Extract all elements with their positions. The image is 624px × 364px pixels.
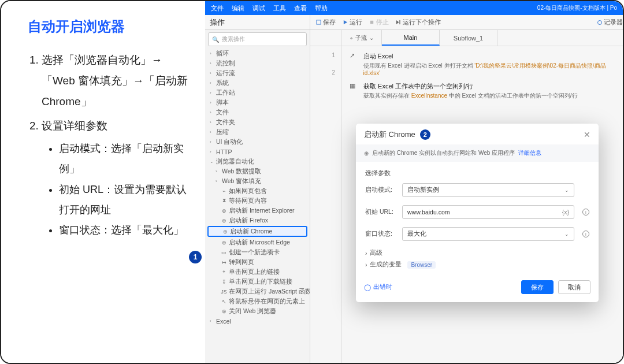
globe-icon: ⊕	[221, 240, 226, 245]
step-icon	[396, 20, 401, 25]
toolbar-save[interactable]: 保存	[316, 18, 336, 27]
chevron-down-icon: ⌄	[564, 187, 569, 193]
callout-badge-2: 2	[420, 129, 430, 140]
tree-launch-ie[interactable]: ⊕启动新 Internet Explorer	[205, 206, 310, 216]
tab-icon: ▭	[221, 250, 226, 255]
doc-step-2: 设置详细参数 启动模式：选择「启动新实例」 初始 URL：设置为需要默认打开的网…	[42, 116, 191, 240]
window-state-label: 窗口状态:	[365, 230, 394, 238]
save-icon	[316, 20, 321, 25]
line-1: 1	[310, 46, 341, 64]
dialog-more-info-link[interactable]: 详细信息	[518, 149, 541, 157]
tree-loop[interactable]: ›循环	[205, 49, 310, 58]
tree-close-browser[interactable]: ⊗关闭 Web 浏览器	[205, 306, 310, 316]
initial-url-label: 初始 URL:	[365, 208, 394, 216]
dialog-info-text: 启动新的 Chrome 实例以自动执行网站和 Web 应用程序	[372, 149, 515, 157]
tree-launch-edge[interactable]: ⊕启动新 Microsoft Edge	[205, 237, 310, 247]
action-card-desc: 获取其实例存储在 ExcelInstance 中的 Excel 文档的活动工作表…	[363, 92, 578, 100]
action-card-title: 启动 Excel	[363, 52, 615, 61]
actions-tree: 🔍 搜索操作 ›循环 ›流控制 ›运行流 ›系统 ›工作站 ›脚本 ›文件 ›文…	[205, 30, 310, 363]
hourglass-icon: ⧗	[221, 198, 226, 203]
chevron-down-icon: ⌄	[369, 35, 374, 41]
search-icon: 🔍	[212, 36, 219, 43]
operations-panel-title: 操作	[205, 15, 310, 29]
download-icon: ↧	[221, 279, 226, 284]
tree-goto[interactable]: ↦转到网页	[205, 257, 310, 267]
tab-subflow1[interactable]: Subflow_1	[440, 30, 497, 46]
info-icon[interactable]: i	[582, 209, 589, 216]
dialog-section-title: 选择参数	[365, 169, 589, 177]
tree-browser-automation[interactable]: ⌄浏览器自动化	[205, 157, 310, 166]
tree-script[interactable]: ›脚本	[205, 98, 310, 107]
menu-help[interactable]: 帮助	[315, 4, 328, 13]
action-card-desc: 使用现有 Excel 进程启动 Excel 并打开文档 'D:\我的坚果云\常用…	[363, 62, 615, 76]
chevron-down-icon: ⌄	[564, 231, 569, 237]
play-icon	[343, 20, 348, 25]
arrow-icon: ↦	[221, 259, 226, 265]
doc-bullet-launch-mode: 启动模式：选择「启动新实例」	[59, 139, 191, 179]
cancel-button[interactable]: 取消	[558, 280, 590, 294]
chevron-right-icon: ›	[365, 261, 367, 268]
menu-file[interactable]: 文件	[211, 4, 224, 13]
action-card-excel-firstfree[interactable]: ▦ 获取 Excel 工作表中的第一个空闲列/行 获取其实例存储在 ExcelI…	[350, 82, 615, 100]
flow-icon: ∘	[350, 35, 353, 41]
launch-chrome-dialog: 启动新 Chrome 2 ✕ ⊕ 启动新的 Chrome 实例以自动执行网站和 …	[356, 124, 599, 302]
dialog-close-button[interactable]: ✕	[584, 130, 590, 139]
tree-folder[interactable]: ›文件夹	[205, 117, 310, 127]
initial-url-input[interactable]: www.baidu.com {x}	[402, 205, 574, 219]
menu-debug[interactable]: 调试	[252, 4, 265, 13]
app-menu-bar: 文件 编辑 调试 工具 查看 帮助 02-每日商品快照-文档版本 | Po	[205, 1, 623, 15]
callout-badge-1: 1	[189, 251, 202, 263]
launch-icon: ↗	[350, 52, 358, 60]
tree-wait-content[interactable]: ⧗等待网页内容	[205, 196, 310, 206]
variable-tag: Browser	[407, 261, 436, 269]
globe-icon: ⊕	[221, 218, 226, 223]
save-button[interactable]: 保存	[521, 280, 554, 294]
tree-new-tab[interactable]: ▭创建一个新选项卡	[205, 247, 310, 257]
menu-tools[interactable]: 工具	[273, 4, 286, 13]
tree-hover[interactable]: ↖将鼠标悬停在网页的元素上	[205, 296, 310, 306]
window-state-select[interactable]: 最大化 ⌄	[402, 227, 574, 241]
tree-run-flow[interactable]: ›运行流	[205, 68, 310, 78]
tree-web-extract[interactable]: ›Web 数据提取	[205, 166, 310, 176]
subflow-dropdown[interactable]: ∘子流 ⌄	[341, 30, 382, 46]
tree-workstation[interactable]: ›工作站	[205, 88, 310, 98]
tree-system[interactable]: ›系统	[205, 78, 310, 88]
tree-file[interactable]: ›文件	[205, 107, 310, 117]
toolbar-run-next[interactable]: 运行下个操作	[396, 18, 441, 27]
shield-icon: ◯	[364, 284, 371, 291]
excel-icon: ▦	[350, 82, 358, 90]
advanced-section-toggle[interactable]: ›高级	[365, 249, 589, 257]
tree-ui-automation[interactable]: ›UI 自动化	[205, 137, 310, 147]
link-icon: ⌖	[221, 269, 226, 274]
tree-launch-firefox[interactable]: ⊕启动新 Firefox	[205, 216, 310, 225]
toolbar-recorder[interactable]: 记录器	[597, 18, 623, 27]
action-card-launch-excel[interactable]: ↗ 启动 Excel 使用现有 Excel 进程启动 Excel 并打开文档 '…	[350, 52, 615, 76]
tree-launch-chrome[interactable]: ⊕启动新 Chrome	[207, 226, 307, 237]
tree-excel[interactable]: ›Excel	[205, 316, 310, 326]
tree-run-js[interactable]: JS在网页上运行 JavaScript 函数	[205, 287, 310, 296]
tree-if-page-contains[interactable]: ⌁如果网页包含	[205, 186, 310, 196]
tree-click-download-link[interactable]: ↧单击网页上的下载链接	[205, 277, 310, 287]
tab-main[interactable]: Main	[382, 30, 440, 46]
line-2: 2	[310, 64, 341, 81]
doc-bullet-initial-url: 初始 URL：设置为需要默认打开的网址	[59, 180, 191, 220]
generated-vars-toggle[interactable]: › 生成的变量 Browser	[365, 261, 589, 269]
action-card-title: 获取 Excel 工作表中的第一个空闲列/行	[363, 82, 578, 91]
toolbar-stop[interactable]: 停止	[369, 18, 389, 27]
launch-mode-select[interactable]: 启动新实例 ⌄	[402, 183, 574, 197]
globe-icon: ⊕	[364, 150, 369, 157]
toolbar-run[interactable]: 运行	[343, 18, 362, 27]
info-icon[interactable]: i	[582, 231, 589, 237]
search-actions-input[interactable]: 🔍 搜索操作	[208, 32, 307, 46]
tree-flow-control[interactable]: ›流控制	[205, 58, 310, 68]
globe-icon: ⊕	[221, 208, 226, 213]
tree-click-link[interactable]: ⌖单击网页上的链接	[205, 267, 310, 277]
tree-web-form[interactable]: ›Web 窗体填充	[205, 176, 310, 186]
on-error-link[interactable]: ◯ 出错时	[364, 283, 392, 291]
globe-icon: ⊕	[222, 229, 228, 234]
tree-compress[interactable]: ›压缩	[205, 127, 310, 137]
menu-view[interactable]: 查看	[294, 4, 307, 13]
menu-edit[interactable]: 编辑	[232, 4, 244, 13]
tree-http[interactable]: ›HTTP	[205, 147, 310, 157]
cursor-icon: ↖	[221, 299, 226, 304]
